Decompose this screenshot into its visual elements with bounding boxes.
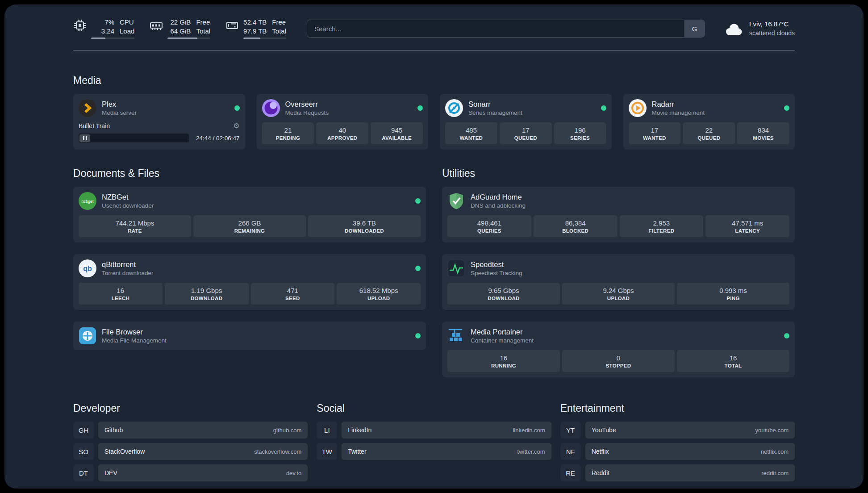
- memory-progress-bar: [167, 38, 210, 39]
- status-dot: [601, 105, 606, 111]
- service-link-portainer[interactable]: Media Portainer Container management: [447, 327, 789, 345]
- bookmark-dev[interactable]: DT DEV dev.to: [73, 464, 308, 481]
- disk-free-label: Free: [272, 18, 286, 27]
- service-link-filebrowser[interactable]: File Browser Media File Management: [79, 327, 421, 345]
- service-desc: Media Requests: [285, 109, 329, 117]
- bookmark-youtube[interactable]: YT YouTube youtube.com: [560, 422, 795, 439]
- bookmark-name: Reddit: [592, 469, 609, 476]
- now-playing-title: Bullet Train: [79, 122, 110, 130]
- stat-leech: 16 LEECH: [79, 283, 163, 305]
- stat-upload: 618.52 Mbps UPLOAD: [337, 283, 421, 305]
- bookmark-name: Twitter: [348, 448, 366, 455]
- stat-movies: 834 MOVIES: [737, 122, 789, 144]
- service-name: NZBGet: [102, 192, 154, 202]
- memory-total-label: Total: [196, 27, 210, 36]
- service-link-speedtest[interactable]: Speedtest Speedtest Tracking: [447, 259, 789, 277]
- bookmark-linkedin[interactable]: LI LinkedIn linkedin.com: [317, 422, 551, 439]
- bookmark-name: Netflix: [592, 448, 609, 455]
- service-link-nzbget[interactable]: nzbget NZBGet Usenet downloader: [79, 192, 421, 210]
- disk-free-value: 52.4 TB: [243, 18, 267, 27]
- gear-icon[interactable]: ⚙: [233, 121, 239, 130]
- bookmark-reddit[interactable]: RE Reddit reddit.com: [560, 464, 795, 481]
- playback-progress-track[interactable]: [79, 134, 189, 142]
- section-title-social: Social: [317, 402, 551, 414]
- cloud-icon: [723, 21, 744, 36]
- search-input[interactable]: [307, 20, 684, 37]
- bookmark-url: reddit.com: [761, 470, 789, 476]
- service-link-overseerr[interactable]: Overseerr Media Requests: [262, 99, 423, 117]
- bookmark-url: twitter.com: [517, 448, 545, 455]
- card-radarr: Radarr Movie management 17 WANTED 22 QUE…: [623, 94, 795, 150]
- bookmark-url: stackoverflow.com: [254, 448, 301, 455]
- service-desc: Movie management: [652, 109, 705, 117]
- status-dot: [417, 105, 423, 111]
- stat-wanted: 17 WANTED: [629, 122, 681, 144]
- bookmark-abbr: TW: [317, 443, 337, 460]
- bookmark-name: Github: [104, 426, 123, 434]
- bookmark-abbr: GH: [73, 422, 94, 439]
- qbittorrent-icon: qb: [79, 259, 96, 277]
- service-link-plex[interactable]: Plex Media server: [79, 99, 240, 117]
- stat-queued: 17 QUEUED: [500, 122, 552, 144]
- top-bar: 7% 3.24 CPU Load: [73, 18, 795, 39]
- service-desc: Torrent downloader: [102, 269, 154, 277]
- stat-seed: 471 SEED: [251, 283, 335, 305]
- service-name: Radarr: [652, 100, 705, 109]
- stat-rate: 744.21 Mbps RATE: [79, 215, 191, 237]
- search-bar: G: [307, 20, 705, 38]
- cpu-icon: [73, 19, 87, 32]
- pause-button[interactable]: [79, 134, 90, 142]
- status-dot: [784, 105, 789, 111]
- stat-downloaded: 39.6 TB DOWNLOADED: [308, 215, 421, 237]
- service-link-sonarr[interactable]: Sonarr Series management: [445, 99, 606, 117]
- card-portainer: Media Portainer Container management 16 …: [442, 322, 795, 377]
- bookmark-url: dev.to: [286, 470, 301, 476]
- cpu-usage-value: 7%: [104, 18, 114, 27]
- bookmark-name: LinkedIn: [348, 426, 371, 434]
- svg-text:nzbget: nzbget: [81, 199, 94, 204]
- card-adguard: AdGuard Home DNS and adblocking 498,461 …: [442, 187, 795, 242]
- service-link-radarr[interactable]: Radarr Movie management: [629, 99, 790, 117]
- section-entertainment: Entertainment YT YouTube youtube.com NF …: [560, 402, 795, 481]
- cpu-progress-bar: [91, 38, 134, 39]
- memory-total-value: 64 GiB: [171, 27, 191, 36]
- service-link-adguard[interactable]: AdGuard Home DNS and adblocking: [447, 192, 789, 210]
- disk-total-label: Total: [272, 27, 286, 36]
- cpu-load-label: Load: [120, 27, 134, 36]
- bookmark-url: netflix.com: [761, 448, 789, 455]
- status-dot: [415, 198, 421, 204]
- stat-queries: 498,461 QUERIES: [447, 215, 531, 237]
- service-name: Media Portainer: [471, 327, 534, 337]
- section-media: Media Plex Media server B: [73, 75, 795, 150]
- section-developer: Developer GH Github github.com SO StackO…: [73, 402, 308, 481]
- memory-free-value: 22 GiB: [171, 18, 191, 27]
- card-overseerr: Overseerr Media Requests 21 PENDING 40 A…: [257, 94, 429, 150]
- cpu-load-value: 3.24: [101, 27, 114, 36]
- weather-widget: Lviv, 16.87°C scattered clouds: [723, 20, 795, 37]
- bookmark-url: github.com: [273, 427, 302, 434]
- bookmark-netflix[interactable]: NF Netflix netflix.com: [560, 443, 795, 460]
- card-filebrowser: File Browser Media File Management: [73, 322, 426, 350]
- stat-wanted: 485 WANTED: [445, 122, 497, 144]
- stat-approved: 40 APPROVED: [316, 122, 368, 144]
- bookmark-url: youtube.com: [755, 427, 789, 434]
- resource-widget-memory: 22 GiB 64 GiB Free Total: [150, 18, 210, 39]
- radarr-icon: [629, 99, 647, 117]
- filebrowser-icon: [79, 327, 96, 345]
- service-name: Sonarr: [468, 100, 522, 109]
- status-dot: [234, 105, 240, 111]
- memory-icon: [150, 19, 163, 32]
- plex-icon: [79, 99, 96, 117]
- service-name: Plex: [102, 100, 137, 109]
- bookmark-stackoverflow[interactable]: SO StackOverflow stackoverflow.com: [73, 443, 308, 460]
- bookmark-name: YouTube: [592, 426, 616, 434]
- stat-remaining: 266 GB REMAINING: [193, 215, 306, 237]
- service-link-qbittorrent[interactable]: qb qBittorrent Torrent downloader: [79, 259, 421, 277]
- bookmark-twitter[interactable]: TW Twitter twitter.com: [317, 443, 551, 460]
- stat-stopped: 0 STOPPED: [562, 350, 675, 372]
- bookmark-github[interactable]: GH Github github.com: [73, 422, 308, 439]
- section-social: Social LI LinkedIn linkedin.com TW Twitt…: [317, 402, 551, 481]
- playback-time: 24:44 / 02:06:47: [196, 135, 240, 142]
- search-provider-button[interactable]: G: [684, 20, 704, 37]
- resource-widgets: 7% 3.24 CPU Load: [73, 18, 286, 39]
